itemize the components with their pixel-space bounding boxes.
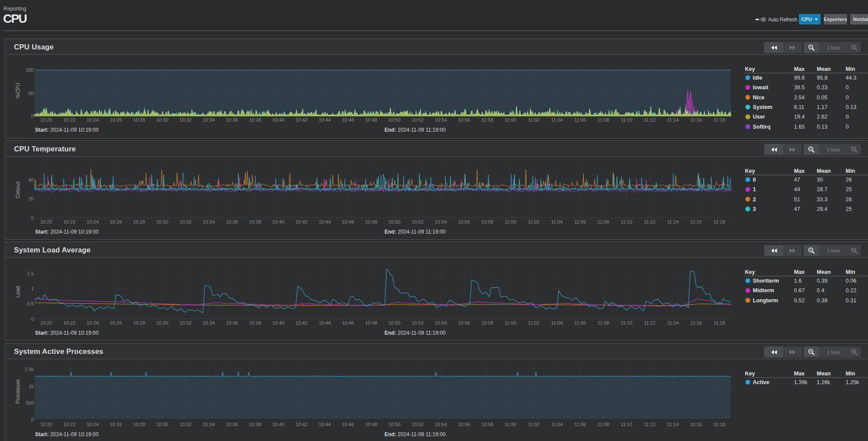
svg-text:10:48: 10:48 xyxy=(365,320,378,326)
svg-text:Midterm: Midterm xyxy=(753,287,774,294)
svg-text:11:14: 11:14 xyxy=(667,422,679,427)
svg-text:10:30: 10:30 xyxy=(156,422,169,427)
svg-text:Min: Min xyxy=(846,269,855,275)
svg-text:10:34: 10:34 xyxy=(203,117,215,122)
svg-text:10:24: 10:24 xyxy=(87,117,99,122)
svg-text:Key: Key xyxy=(745,269,755,275)
svg-text:10:30: 10:30 xyxy=(156,320,169,326)
svg-text:10:56: 10:56 xyxy=(458,422,470,427)
svg-text:11:04: 11:04 xyxy=(551,320,563,326)
svg-text:10:34: 10:34 xyxy=(203,219,215,224)
svg-text:10:54: 10:54 xyxy=(435,219,447,224)
svg-text:0.39: 0.39 xyxy=(817,298,827,304)
svg-text:11:14: 11:14 xyxy=(667,117,679,122)
svg-text:11:18: 11:18 xyxy=(713,117,725,122)
svg-text:11:06: 11:06 xyxy=(574,117,586,122)
svg-text:10:20: 10:20 xyxy=(40,320,53,326)
svg-text:11:02: 11:02 xyxy=(528,320,540,326)
svg-text:10:56: 10:56 xyxy=(458,117,470,122)
svg-text:2.54: 2.54 xyxy=(794,94,804,101)
svg-text:End: 2024-11-09 11:19:00: End: 2024-11-09 11:19:00 xyxy=(385,229,446,235)
svg-text:Celsius: Celsius xyxy=(15,181,21,198)
svg-text:0.06: 0.06 xyxy=(846,278,856,284)
svg-text:0: 0 xyxy=(846,124,849,130)
svg-text:11:16: 11:16 xyxy=(690,117,702,122)
svg-text:Softirq: Softirq xyxy=(753,124,770,130)
svg-text:Key: Key xyxy=(745,168,755,174)
svg-text:10:26: 10:26 xyxy=(110,422,122,427)
svg-text:2: 2 xyxy=(753,196,756,203)
svg-text:0.5: 0.5 xyxy=(27,301,34,306)
svg-text:10:32: 10:32 xyxy=(180,320,192,326)
svg-text:11:04: 11:04 xyxy=(551,422,563,427)
svg-text:1: 1 xyxy=(31,286,34,291)
svg-text:0.31: 0.31 xyxy=(846,298,856,304)
svg-text:47: 47 xyxy=(794,177,800,183)
svg-text:2.62: 2.62 xyxy=(817,114,827,120)
svg-text:10:48: 10:48 xyxy=(365,117,378,122)
svg-text:0: 0 xyxy=(31,215,34,220)
svg-text:99.6: 99.6 xyxy=(794,75,804,81)
svg-text:10:48: 10:48 xyxy=(365,219,378,224)
svg-text:11:10: 11:10 xyxy=(621,320,632,326)
svg-text:10:32: 10:32 xyxy=(180,422,192,427)
svg-text:8.11: 8.11 xyxy=(794,104,804,110)
svg-text:11:12: 11:12 xyxy=(644,219,656,224)
svg-text:11:08: 11:08 xyxy=(597,422,609,427)
svg-text:0: 0 xyxy=(31,417,34,422)
svg-text:26: 26 xyxy=(846,177,852,183)
svg-text:11:08: 11:08 xyxy=(597,320,609,326)
svg-text:1.17: 1.17 xyxy=(817,104,827,110)
svg-text:10:46: 10:46 xyxy=(342,320,354,326)
svg-text:28: 28 xyxy=(846,196,852,203)
svg-text:28.7: 28.7 xyxy=(817,186,827,192)
svg-text:40: 40 xyxy=(28,177,34,182)
svg-text:10:40: 10:40 xyxy=(272,117,285,122)
svg-text:25: 25 xyxy=(846,186,852,192)
svg-text:0: 0 xyxy=(846,114,849,120)
svg-text:10:42: 10:42 xyxy=(296,320,308,326)
svg-text:0.52: 0.52 xyxy=(794,298,804,304)
svg-text:10:38: 10:38 xyxy=(249,422,261,427)
svg-text:10:34: 10:34 xyxy=(203,320,215,326)
svg-text:10:42: 10:42 xyxy=(296,219,308,224)
svg-text:10:50: 10:50 xyxy=(388,422,401,427)
svg-text:11:16: 11:16 xyxy=(690,422,702,427)
svg-text:10:38: 10:38 xyxy=(249,219,261,224)
svg-text:10:58: 10:58 xyxy=(481,219,494,224)
svg-text:System: System xyxy=(753,104,772,110)
svg-text:10:44: 10:44 xyxy=(319,422,331,427)
svg-text:500: 500 xyxy=(26,400,34,406)
svg-text:10:22: 10:22 xyxy=(64,320,76,326)
svg-text:Start: 2024-11-09 10:19:00: Start: 2024-11-09 10:19:00 xyxy=(35,229,99,235)
svg-text:11:14: 11:14 xyxy=(667,320,679,326)
svg-text:47: 47 xyxy=(794,206,800,212)
svg-text:10:28: 10:28 xyxy=(133,117,145,122)
svg-text:10:42: 10:42 xyxy=(296,422,308,427)
svg-text:10:38: 10:38 xyxy=(249,117,261,122)
svg-text:10:36: 10:36 xyxy=(226,219,238,224)
svg-text:10:26: 10:26 xyxy=(110,320,122,326)
svg-text:11:02: 11:02 xyxy=(528,219,540,224)
svg-text:1.26k: 1.26k xyxy=(817,379,830,385)
svg-text:11:08: 11:08 xyxy=(597,117,609,122)
svg-text:0: 0 xyxy=(846,84,849,91)
svg-text:0.23: 0.23 xyxy=(817,84,827,91)
svg-text:11:06: 11:06 xyxy=(574,422,586,427)
svg-text:10:36: 10:36 xyxy=(226,117,238,122)
svg-text:11:06: 11:06 xyxy=(574,219,586,224)
svg-text:Key: Key xyxy=(745,66,755,72)
svg-text:95.8: 95.8 xyxy=(817,75,827,81)
svg-text:3: 3 xyxy=(753,206,756,212)
svg-text:10:52: 10:52 xyxy=(412,422,424,427)
svg-text:38.5: 38.5 xyxy=(794,84,804,91)
svg-text:Mean: Mean xyxy=(817,168,831,174)
svg-text:10:26: 10:26 xyxy=(110,117,122,122)
svg-text:0: 0 xyxy=(31,113,34,119)
svg-text:100: 100 xyxy=(26,67,34,73)
svg-text:10:44: 10:44 xyxy=(319,219,331,224)
svg-text:11:00: 11:00 xyxy=(505,422,516,427)
svg-text:10:28: 10:28 xyxy=(133,219,145,224)
svg-text:11:18: 11:18 xyxy=(713,219,725,224)
svg-text:50: 50 xyxy=(28,91,34,96)
